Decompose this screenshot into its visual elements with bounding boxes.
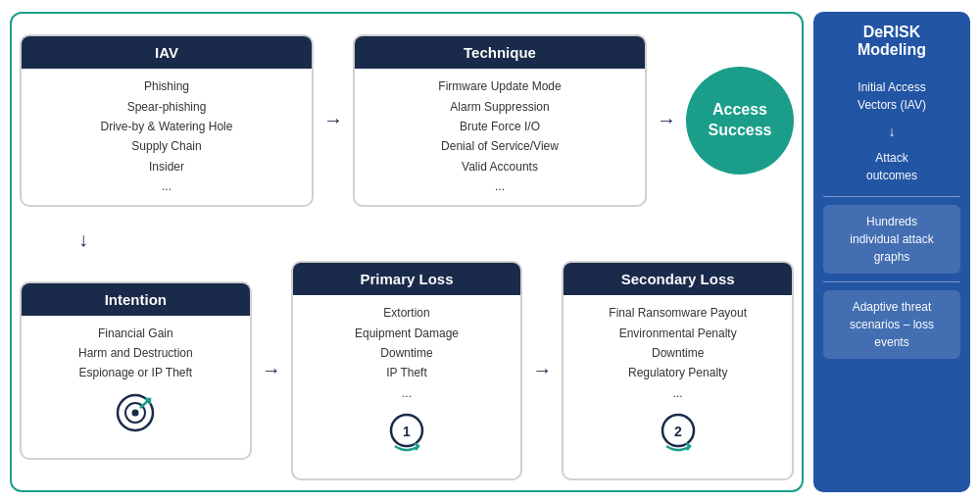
flow-area: IAV Phishing Spear-phishing Drive-by & W… — [10, 12, 804, 492]
intention-item-3: Espionage or IP Theft — [79, 363, 193, 382]
technique-item-2: Alarm Suppression — [450, 97, 549, 117]
primary-loss-item-ellipsis: ... — [402, 383, 412, 403]
technique-item-ellipsis: ... — [495, 176, 505, 196]
primary-loss-icon: 1 — [385, 403, 428, 470]
technique-body: Firmware Update Mode Alarm Suppression B… — [355, 69, 645, 204]
svg-text:1: 1 — [403, 424, 411, 439]
technique-card: Technique Firmware Update Mode Alarm Sup… — [353, 34, 647, 206]
iav-item-2: Spear-phishing — [127, 97, 207, 117]
derisk-title: DeRISKModeling — [823, 24, 960, 59]
iav-card: IAV Phishing Spear-phishing Drive-by & W… — [20, 34, 314, 206]
secondary-loss-item-2: Environmental Penalty — [619, 324, 737, 343]
technique-to-access-arrow: → — [657, 109, 676, 131]
primary-loss-body: Extortion Equipment Damage Downtime IP T… — [293, 295, 521, 478]
derisk-panel: DeRISKModeling Initial AccessVectors (IA… — [813, 12, 970, 492]
iav-item-5: Insider — [149, 157, 184, 176]
secondary-loss-icon: 2 — [657, 403, 700, 470]
diagram-wrapper: IAV Phishing Spear-phishing Drive-by & W… — [10, 12, 970, 492]
iav-body: Phishing Spear-phishing Drive-by & Water… — [22, 69, 312, 204]
derisk-divider-2 — [823, 281, 960, 282]
secondary-loss-card: Secondary Loss Final Ransomware Payout E… — [562, 261, 794, 479]
technique-header: Technique — [355, 36, 645, 69]
derisk-iav-section: Initial AccessVectors (IAV) — [823, 71, 960, 122]
intention-to-primary-arrow: → — [262, 359, 281, 381]
primary-loss-item-4: IP Theft — [386, 363, 427, 382]
svg-point-2 — [132, 409, 139, 416]
row-separator: ↓ — [20, 229, 794, 249]
access-success-label: AccessSuccess — [709, 100, 772, 141]
access-success-circle: AccessSuccess — [686, 67, 794, 175]
primary-loss-item-1: Extortion — [383, 303, 429, 323]
technique-item-1: Firmware Update Mode — [438, 76, 561, 96]
secondary-loss-item-4: Regulatory Penalty — [628, 363, 727, 382]
intention-body: Financial Gain Harm and Destruction Espi… — [22, 316, 250, 459]
intention-item-2: Harm and Destruction — [78, 343, 193, 363]
iav-item-4: Supply Chain — [131, 136, 201, 156]
down-arrow-icon: ↓ — [78, 228, 88, 251]
svg-text:2: 2 — [674, 424, 682, 439]
secondary-loss-item-3: Downtime — [652, 343, 704, 363]
primary-loss-card: Primary Loss Extortion Equipment Damage … — [291, 261, 523, 479]
secondary-loss-item-1: Final Ransomware Payout — [609, 303, 747, 323]
top-row: IAV Phishing Spear-phishing Drive-by & W… — [20, 24, 794, 219]
intention-card: Intention Financial Gain Harm and Destru… — [20, 281, 252, 461]
iav-item-1: Phishing — [144, 76, 189, 96]
bottom-row: Intention Financial Gain Harm and Destru… — [20, 261, 794, 479]
primary-loss-item-2: Equipment Damage — [355, 324, 459, 343]
svg-line-3 — [140, 399, 150, 408]
intention-header: Intention — [22, 283, 250, 316]
technique-item-3: Brute Force I/O — [460, 117, 540, 136]
secondary-loss-item-ellipsis: ... — [673, 383, 683, 403]
main-container: IAV Phishing Spear-phishing Drive-by & W… — [10, 12, 970, 492]
derisk-adaptive-section: Adaptive threatscenarios – lossevents — [823, 290, 960, 359]
primary-to-secondary-arrow: → — [532, 359, 552, 381]
technique-item-4: Denial of Service/View — [441, 136, 559, 156]
primary-loss-item-3: Downtime — [380, 343, 432, 363]
secondary-loss-body: Final Ransomware Payout Environmental Pe… — [564, 295, 792, 478]
iav-header: IAV — [22, 36, 312, 69]
derisk-arrow-1: ↓ — [823, 124, 960, 139]
derisk-attack-outcomes: Attackoutcomes — [823, 141, 960, 192]
primary-loss-header: Primary Loss — [293, 263, 521, 295]
derisk-divider-1 — [823, 196, 960, 197]
iav-item-3: Drive-by & Watering Hole — [101, 117, 233, 136]
derisk-hundreds-section: Hundredsindividual attackgraphs — [823, 205, 960, 274]
intention-item-1: Financial Gain — [98, 324, 173, 343]
iav-item-ellipsis: ... — [162, 176, 172, 196]
target-icon — [114, 383, 157, 450]
iav-to-technique-arrow: → — [323, 109, 343, 131]
technique-item-5: Valid Accounts — [462, 157, 538, 176]
secondary-loss-header: Secondary Loss — [564, 263, 792, 295]
